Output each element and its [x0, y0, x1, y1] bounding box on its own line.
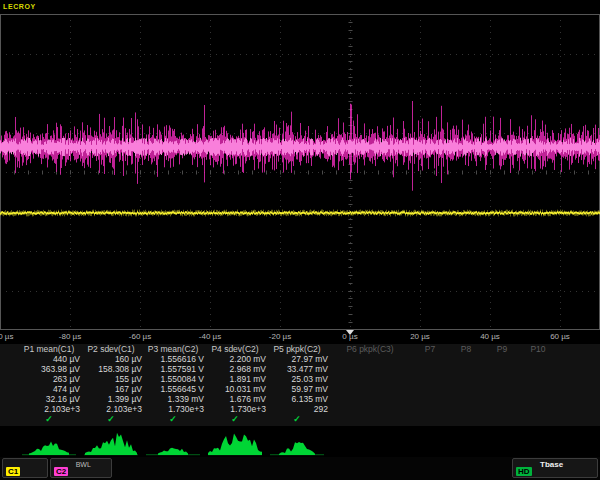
measurement-header-p9[interactable]: P9	[484, 344, 520, 354]
measurement-value: 160 µV	[80, 354, 142, 364]
status-check-icon: ✓	[18, 414, 80, 424]
measurement-value: 33.477 mV	[266, 364, 328, 374]
status-check-icon: ✓	[142, 414, 204, 424]
measurement-value: 2.103e+3	[80, 404, 142, 414]
measurement-header-row: P1 mean(C1)P2 sdev(C1)P3 mean(C2)P4 sdev…	[0, 344, 600, 354]
histicon[interactable]	[208, 434, 262, 456]
channel-descriptor-c2[interactable]: C2 BWL DC1M 10.0 mV	[50, 458, 112, 478]
c2-row1: C2 BWL DC1M	[54, 460, 108, 480]
c1-row1: C1 DC1M	[6, 460, 44, 480]
histicon[interactable]	[22, 442, 76, 456]
measurement-value: 1.556616 V	[142, 354, 204, 364]
measurement-value: 440 µV	[18, 354, 80, 364]
measurement-value: 1.730e+3	[204, 404, 266, 414]
measurement-header-p6[interactable]: P6 pkpk(C3)	[328, 344, 412, 354]
measurement-value: 263 µV	[18, 374, 80, 384]
measurement-value: 1.339 mV	[142, 394, 204, 404]
measurement-value: 292	[266, 404, 328, 414]
histicon[interactable]	[146, 448, 200, 456]
measurement-value: 32.16 µV	[18, 394, 80, 404]
measurement-value: 1.556645 V	[142, 384, 204, 394]
waveform-canvas	[0, 14, 600, 330]
measurement-table: P1 mean(C1)P2 sdev(C1)P3 mean(C2)P4 sdev…	[0, 344, 600, 426]
time-axis-label: -40 µs	[199, 332, 221, 341]
measurement-row: 32.16 µV1.399 µV1.339 mV1.676 mV6.135 mV	[0, 394, 600, 404]
histicon-distribution	[208, 434, 262, 455]
measurement-header-p1[interactable]: P1 mean(C1)	[18, 344, 80, 354]
brand-logo: LECROY	[3, 3, 36, 10]
time-axis-label: -60 µs	[129, 332, 151, 341]
measurement-value: 1.891 mV	[204, 374, 266, 384]
measurement-value: 6.135 mV	[266, 394, 328, 404]
time-axis-label: -20 µs	[269, 332, 291, 341]
histicon-distribution	[29, 442, 69, 455]
measurement-status-row: ✓✓✓✓✓	[0, 414, 600, 424]
histicon-strip	[0, 426, 600, 456]
status-check-icon: ✓	[266, 414, 328, 424]
histicon-distribution	[279, 442, 315, 455]
measurement-value: 155 µV	[80, 374, 142, 384]
measurement-value: 158.308 µV	[80, 364, 142, 374]
time-axis: -100 µs-80 µs-60 µs-40 µs-20 µs0 µs20 µs…	[0, 332, 600, 343]
measurement-header-p10[interactable]: P10	[520, 344, 556, 354]
timebase-descriptor[interactable]: HD Tbase 13 Bits 20.0 µs/div	[512, 458, 598, 478]
measurement-value: 2.200 mV	[204, 354, 266, 364]
measurement-row: 440 µV160 µV1.556616 V2.200 mV27.97 mV	[0, 354, 600, 364]
bottom-bar: C1 DC1M 10.0 mV C2 BWL DC1M 10.0 mV + HD…	[0, 457, 600, 480]
measurement-value: 1.730e+3	[142, 404, 204, 414]
measurement-value: 10.031 mV	[204, 384, 266, 394]
waveform-grid[interactable]	[0, 14, 600, 330]
oscilloscope-screen: LECROY -100 µs-80 µs-60 µs-40 µs-20 µs0 …	[0, 0, 600, 480]
histicon-distribution	[158, 448, 188, 455]
measurement-value: 1.550084 V	[142, 374, 204, 384]
measurement-header-p5[interactable]: P5 pkpk(C2)	[266, 344, 328, 354]
histicon[interactable]	[270, 442, 324, 455]
time-axis-label: -100 µs	[0, 332, 13, 341]
measurement-header-p7[interactable]: P7	[412, 344, 448, 354]
time-axis-label: 0 µs	[342, 332, 357, 341]
tbase-row1: HD Tbase	[516, 460, 594, 478]
status-check-icon: ✓	[204, 414, 266, 424]
channel-c2-badge: C2	[54, 467, 68, 476]
measurement-value: 2.103e+3	[18, 404, 80, 414]
time-axis-label: 40 µs	[480, 332, 500, 341]
measurement-header-p3[interactable]: P3 mean(C2)	[142, 344, 204, 354]
measurement-row: 474 µV167 µV1.556645 V10.031 mV59.97 mV	[0, 384, 600, 394]
measurement-value: 25.03 mV	[266, 374, 328, 384]
channel-descriptor-c1[interactable]: C1 DC1M 10.0 mV	[2, 458, 48, 478]
measurement-value: 27.97 mV	[266, 354, 328, 364]
tbase-title: Tbase	[540, 460, 563, 469]
status-check-icon: ✓	[80, 414, 142, 424]
time-axis-label: 20 µs	[410, 332, 430, 341]
measurement-value: 1.676 mV	[204, 394, 266, 404]
channel-c1-badge: C1	[6, 467, 20, 476]
hd-mode-badge: HD	[516, 467, 532, 476]
measurement-value: 363.98 µV	[18, 364, 80, 374]
time-axis-label: -80 µs	[59, 332, 81, 341]
measurement-value: 167 µV	[80, 384, 142, 394]
time-axis-label: 60 µs	[550, 332, 570, 341]
measurement-header-p4[interactable]: P4 sdev(C2)	[204, 344, 266, 354]
measurement-row: 263 µV155 µV1.550084 V1.891 mV25.03 mV	[0, 374, 600, 384]
measurement-value: 1.557591 V	[142, 364, 204, 374]
measurement-value: 1.399 µV	[80, 394, 142, 404]
measurement-row: 363.98 µV158.308 µV1.557591 V2.968 mV33.…	[0, 364, 600, 374]
measurement-row: 2.103e+32.103e+31.730e+31.730e+3292	[0, 404, 600, 414]
measurement-header-p2[interactable]: P2 sdev(C1)	[80, 344, 142, 354]
histicon-distribution	[85, 433, 137, 455]
measurement-value: 2.968 mV	[204, 364, 266, 374]
measurement-value: 59.97 mV	[266, 384, 328, 394]
measurement-header-p8[interactable]: P8	[448, 344, 484, 354]
measurement-value: 474 µV	[18, 384, 80, 394]
histicon[interactable]	[84, 433, 138, 455]
